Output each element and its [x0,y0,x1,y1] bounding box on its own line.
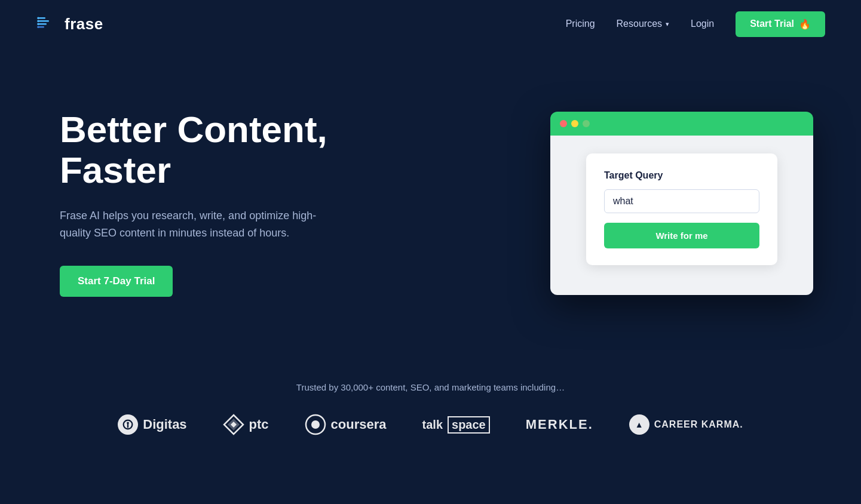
svg-point-4 [37,20,39,22]
nav-resources[interactable]: Resources ▾ [617,19,669,29]
trusted-text: Trusted by 30,000+ content, SEO, and mar… [36,382,825,392]
query-input[interactable] [604,189,759,213]
list-item: ptc [223,414,269,435]
list-item: talk space [422,416,490,434]
hero-subtitle: Frase AI helps you research, write, and … [60,207,329,242]
coursera-icon [305,414,326,435]
talkspace-space: space [448,416,490,434]
nav-login[interactable]: Login [691,19,714,29]
hero-copy: Better Content, Faster Frase AI helps yo… [60,109,329,297]
logos-row: Digitas ptc coursera talk space M [36,414,825,435]
logo-icon [36,13,59,35]
logo[interactable]: frase [36,13,103,35]
hero-title: Better Content, Faster [60,109,329,190]
browser-dot-yellow [571,120,578,127]
svg-rect-2 [38,23,47,25]
nav-links: Pricing Resources ▾ Login Start Trial 🔥 [566,11,825,37]
svg-point-5 [37,23,39,25]
browser-dot-red [560,120,567,127]
chevron-down-icon: ▾ [666,20,669,28]
start-trial-button[interactable]: Start Trial 🔥 [736,11,825,37]
talkspace-talk: talk [422,418,443,432]
logo-text: frase [65,15,103,33]
write-for-me-button[interactable]: Write for me [604,223,759,248]
svg-point-7 [37,26,39,28]
hero-section: Better Content, Faster Frase AI helps yo… [0,48,861,358]
trusted-section: Trusted by 30,000+ content, SEO, and mar… [0,358,861,465]
nav-pricing[interactable]: Pricing [566,19,595,29]
list-item: coursera [305,414,387,435]
svg-rect-1 [38,20,49,22]
query-label: Target Query [604,170,759,181]
ptc-icon [223,414,244,435]
navbar: frase Pricing Resources ▾ Login Start Tr… [0,0,861,48]
hero-illustration: Target Query Write for me [550,112,813,295]
hero-cta-button[interactable]: Start 7-Day Trial [60,266,173,297]
svg-point-15 [311,420,320,429]
svg-rect-0 [38,17,45,19]
list-item: Digitas [118,414,186,435]
browser-dot-green [583,120,590,127]
digitas-icon [118,414,138,435]
query-card: Target Query Write for me [586,153,777,265]
list-item: MERKLE. [526,417,593,432]
career-karma-icon [629,414,649,435]
digitas-logo-svg [121,418,134,431]
browser-mockup: Target Query Write for me [550,112,813,295]
fire-emoji-icon: 🔥 [799,19,811,30]
browser-bar [550,112,813,136]
list-item: CAREER KARMA. [629,414,743,435]
svg-point-3 [37,17,39,19]
browser-content: Target Query Write for me [550,136,813,295]
